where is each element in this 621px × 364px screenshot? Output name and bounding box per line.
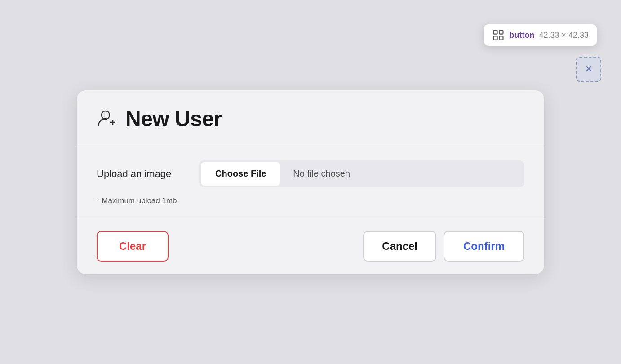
svg-rect-2 [494,36,497,40]
upload-row: Upload an image Choose File No file chos… [97,160,524,187]
confirm-button[interactable]: Confirm [444,231,524,262]
tooltip: button 42.33 × 42.33 [484,24,597,46]
clear-button[interactable]: Clear [97,231,169,262]
cancel-button[interactable]: Cancel [363,231,436,262]
tooltip-type: button [509,31,534,40]
add-user-icon [97,108,118,129]
button-icon [492,29,505,41]
footer-right: Cancel Confirm [363,231,524,262]
file-input-wrapper: Choose File No file chosen [199,160,524,187]
max-upload-note: * Maximum upload 1mb [97,196,524,205]
no-file-text: No file chosen [282,160,524,187]
upload-label: Upload an image [97,168,186,180]
tooltip-size: 42.33 × 42.33 [539,31,589,40]
header-left: New User [97,107,222,131]
new-user-dialog: New User ✕ Upload an image Choose File N… [77,90,544,274]
dialog-footer: Clear Cancel Confirm [77,218,544,274]
dialog-title: New User [125,107,222,131]
svg-rect-3 [500,36,503,40]
svg-rect-1 [500,31,503,34]
dialog-header: New User ✕ [77,90,544,144]
dialog-body: Upload an image Choose File No file chos… [77,144,544,218]
svg-rect-0 [494,31,497,34]
choose-file-button[interactable]: Choose File [201,162,280,186]
svg-point-4 [102,111,110,119]
